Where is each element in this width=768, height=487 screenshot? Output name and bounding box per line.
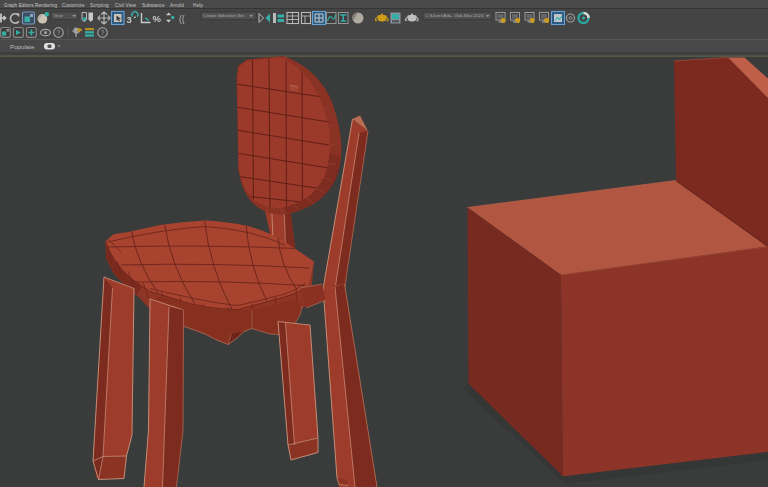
svg-text:Help: Help [193, 3, 203, 8]
svg-text:View: View [54, 13, 64, 18]
svg-text:Arnold: Arnold [170, 3, 184, 8]
svg-text:C:\Users\Bila...\3ds Max 2024: C:\Users\Bila...\3ds Max 2024 [426, 13, 485, 18]
svg-text:%: % [153, 13, 162, 24]
svg-text:?: ? [57, 29, 61, 36]
svg-text:Substance: Substance [142, 3, 165, 8]
svg-text:Populate: Populate [10, 43, 35, 50]
svg-text:Civil View: Civil View [115, 3, 136, 8]
svg-text:Create Selection Set: Create Selection Set [204, 13, 245, 18]
svg-text:({: ({ [179, 14, 185, 24]
svg-text:Customize: Customize [62, 3, 85, 8]
svg-text:Graph Editors: Graph Editors [4, 3, 34, 8]
svg-text:Scripting: Scripting [90, 3, 109, 8]
svg-text:Rendering: Rendering [35, 3, 57, 8]
svg-text:3: 3 [127, 14, 132, 25]
svg-text:?: ? [101, 29, 105, 36]
